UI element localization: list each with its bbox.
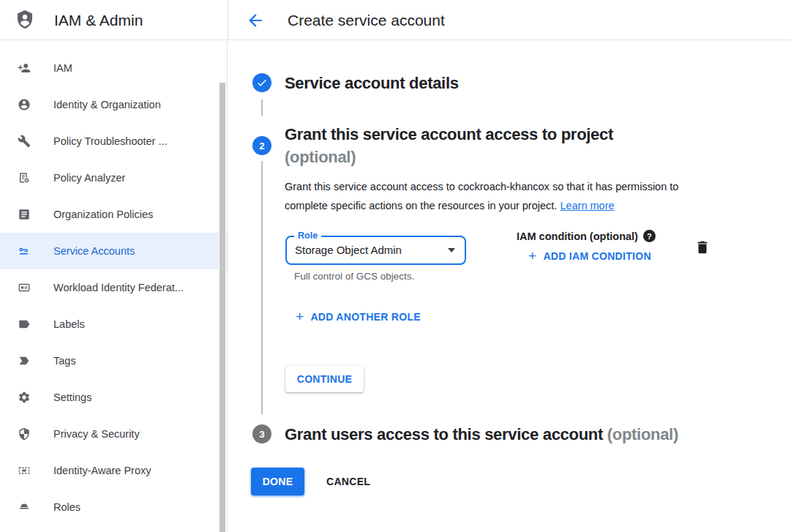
sidebar-item-label: Organization Policies — [53, 209, 153, 220]
step3-optional-label: (optional) — [607, 425, 678, 443]
id-card-icon — [18, 281, 31, 294]
half-shield-icon — [18, 427, 31, 441]
page-title: Create service account — [288, 0, 445, 40]
add-iam-condition-button[interactable]: + ADD IAM CONDITION — [528, 249, 651, 263]
step3-number: 3 — [259, 429, 265, 440]
sidebar-item-label: Workload Identity Federat... — [53, 282, 184, 293]
top-header: IAM & Admin Create service account — [0, 0, 791, 40]
add-another-role-button[interactable]: + ADD ANOTHER ROLE — [296, 310, 421, 323]
policy-analyzer-icon — [18, 171, 31, 184]
iam-condition-label: IAM condition (optional) — [517, 231, 638, 242]
sidebar-item-identity-aware-proxy[interactable]: Identity-Aware Proxy — [0, 452, 227, 489]
wrench-icon — [18, 135, 31, 148]
continue-button[interactable]: CONTINUE — [285, 366, 364, 392]
sidebar-item-label: Labels — [53, 318, 85, 330]
sidebar-item-service-accounts[interactable]: Service Accounts — [0, 233, 227, 269]
step3-number-circle: 3 — [252, 424, 271, 443]
sidebar-item-privacy-security[interactable]: Privacy & Security — [0, 416, 227, 452]
add-iam-condition-label: ADD IAM CONDITION — [543, 250, 651, 262]
sidebar-item-label: Settings — [53, 391, 91, 403]
role-select[interactable]: Role Storage Object Admin — [285, 236, 466, 265]
sidebar-item-tags[interactable]: Tags — [0, 342, 227, 379]
chevron-down-icon — [448, 248, 455, 252]
identity-person-icon — [18, 98, 31, 111]
step3-title: Grant users access to this service accou… — [285, 425, 603, 443]
gear-icon — [18, 391, 31, 404]
step2-number: 2 — [259, 141, 265, 151]
step2-title: Grant this service account access to pro… — [285, 123, 613, 146]
step3-heading: Grant users access to this service accou… — [285, 423, 678, 446]
step2-heading: Grant this service account access to pro… — [285, 123, 613, 168]
iap-icon — [18, 464, 31, 477]
iam-admin-shield-logo-icon — [15, 9, 34, 31]
sidebar-item-roles[interactable]: Roles — [0, 489, 227, 525]
sidebar-item-label: Identity-Aware Proxy — [53, 465, 151, 476]
sidebar-nav: IAM Identity & Organization Policy Troub… — [0, 41, 228, 532]
plus-icon: + — [296, 310, 304, 323]
plus-icon: + — [528, 249, 536, 263]
sidebar-item-label: Identity & Organization — [53, 99, 161, 110]
step2-description: Grant this service account access to coc… — [285, 178, 722, 215]
main-content: Service account details 2 Grant this ser… — [228, 41, 791, 532]
sidebar-item-policy-analyzer[interactable]: Policy Analyzer — [0, 160, 227, 196]
add-another-role-label: ADD ANOTHER ROLE — [310, 311, 421, 323]
iam-condition-label-row: IAM condition (optional) ? — [517, 230, 656, 242]
done-button[interactable]: DONE — [251, 468, 304, 495]
step2-number-circle: 2 — [252, 136, 271, 155]
sidebar-item-organization-policies[interactable]: Organization Policies — [0, 196, 227, 233]
roles-hat-icon — [18, 501, 31, 514]
delete-role-trash-icon[interactable] — [694, 239, 712, 257]
step2-description-text: Grant this service account access to coc… — [285, 181, 678, 211]
check-icon — [256, 77, 268, 89]
document-icon — [18, 208, 31, 221]
product-header: IAM & Admin — [0, 0, 228, 40]
sidebar-item-settings[interactable]: Settings — [0, 379, 227, 416]
sidebar-item-label: Policy Analyzer — [53, 172, 125, 184]
tag-arrow-icon — [18, 354, 31, 367]
sidebar-scrollbar-thumb[interactable] — [220, 83, 225, 532]
sidebar-item-label: Service Accounts — [53, 245, 135, 257]
product-title: IAM & Admin — [54, 0, 143, 40]
stepper-connector — [261, 100, 263, 116]
step1-complete-circle — [252, 73, 271, 92]
cancel-button[interactable]: CANCEL — [316, 468, 380, 495]
help-icon[interactable]: ? — [643, 230, 656, 242]
sidebar-item-label: Privacy & Security — [53, 428, 140, 440]
label-tag-icon — [18, 318, 31, 331]
sidebar-item-label: Roles — [53, 501, 80, 513]
sidebar-item-label: Tags — [53, 355, 76, 367]
sidebar-item-policy-troubleshooter[interactable]: Policy Troubleshooter ... — [0, 123, 227, 160]
sidebar-item-label: Policy Troubleshooter ... — [53, 135, 168, 147]
create-service-account-page: IAM & Admin Create service account IAM I… — [0, 0, 791, 532]
sidebar-item-label: IAM — [53, 62, 72, 74]
step1-title: Service account details — [285, 72, 459, 94]
sidebar-item-workload-identity-federation[interactable]: Workload Identity Federat... — [0, 269, 227, 306]
learn-more-link[interactable]: Learn more — [560, 200, 614, 211]
service-account-key-icon — [18, 244, 31, 258]
person-add-icon — [18, 61, 31, 75]
back-arrow-icon[interactable] — [246, 11, 265, 30]
sidebar-item-labels[interactable]: Labels — [0, 306, 227, 342]
step2-optional-label: (optional) — [285, 146, 613, 168]
stepper-connector — [261, 161, 263, 414]
role-helper-text: Full control of GCS objects. — [294, 271, 414, 282]
sidebar-item-iam[interactable]: IAM — [0, 50, 227, 86]
sidebar-item-identity-organization[interactable]: Identity & Organization — [0, 86, 227, 123]
role-select-value: Storage Object Admin — [295, 237, 402, 263]
